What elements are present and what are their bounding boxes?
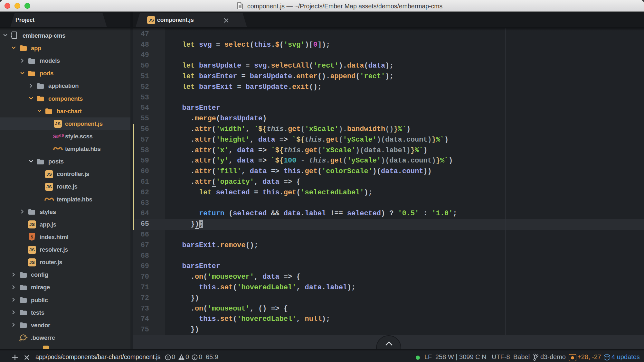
- svg-text:5: 5: [31, 235, 33, 239]
